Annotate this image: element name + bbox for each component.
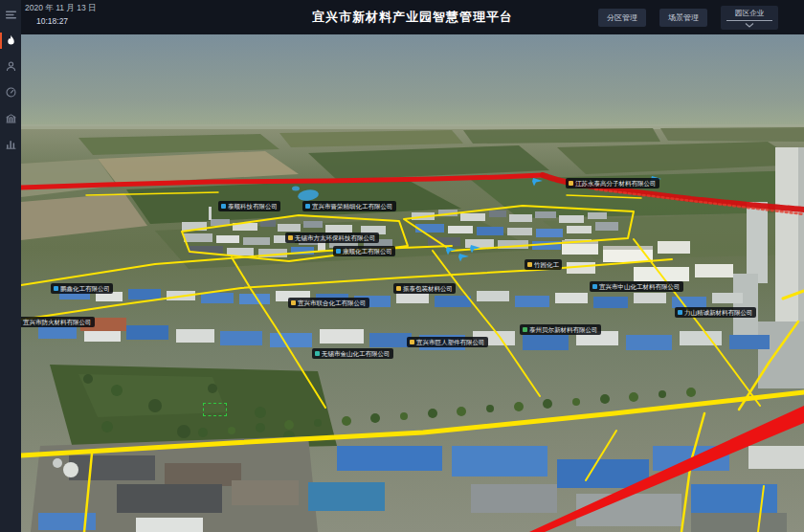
company-label[interactable]: 宜兴市联合化工有限公司	[288, 298, 369, 308]
selection-box	[203, 403, 227, 416]
company-marker-icon	[336, 249, 341, 254]
company-label[interactable]: 力山精诚新材料有限公司	[675, 307, 756, 318]
sidebar-item-user[interactable]	[0, 54, 21, 79]
company-name: 无锡市金山化工有限公司	[322, 350, 391, 357]
company-name: 泰州贝尔新材料有限公司	[529, 326, 598, 333]
sidebar-icon-list	[0, 0, 21, 532]
company-name: 宜兴市晋荣精细化工有限公司	[312, 203, 393, 210]
sidebar-item-flame[interactable]	[0, 28, 21, 54]
company-marker-icon	[305, 204, 310, 209]
company-marker-icon	[592, 284, 597, 289]
company-marker-icon	[315, 351, 320, 356]
partition-manage-button[interactable]: 分区管理	[598, 9, 646, 27]
company-marker-icon	[569, 181, 573, 186]
app-header: 2020 年 11 月 13 日 10:18:27 宜兴市新材料产业园智慧管理平…	[21, 0, 804, 34]
user-icon	[5, 60, 17, 73]
company-marker-icon	[288, 235, 293, 240]
header-actions: 分区管理 场景管理 园区企业	[598, 0, 778, 34]
company-name: 鹏鑫化工有限公司	[60, 285, 110, 292]
company-name: 宜兴市中山化工材料有限公司	[599, 283, 681, 290]
flame-icon	[5, 34, 17, 47]
sidebar-item-gauge[interactable]	[0, 79, 21, 105]
gauge-icon	[5, 86, 17, 99]
company-label[interactable]: 竹园化工	[525, 259, 562, 270]
company-marker-icon	[291, 300, 296, 305]
company-label[interactable]: 无锡市金山化工有限公司	[312, 348, 393, 359]
company-label[interactable]: 江苏永泰高分子材料有限公司	[566, 178, 659, 188]
company-name: 江苏永泰高分子材料有限公司	[575, 180, 657, 187]
company-marker-icon	[678, 310, 682, 315]
divider	[726, 20, 772, 21]
chevron-down-icon	[745, 23, 754, 28]
factory-icon	[5, 112, 17, 124]
company-name: 康顺化工有限公司	[343, 248, 392, 255]
dropdown-label: 园区企业	[735, 9, 764, 18]
company-marker-icon	[410, 340, 414, 344]
company-label[interactable]: 宜兴市防火材料有限公司	[21, 317, 95, 327]
company-marker-icon	[527, 262, 532, 267]
company-name: 宜兴市防火材料有限公司	[23, 319, 92, 325]
company-label[interactable]: 鹏鑫化工有限公司	[51, 283, 113, 294]
company-marker-icon	[221, 204, 226, 209]
company-name: 泰顺科技有限公司	[228, 203, 278, 210]
company-marker-icon	[54, 286, 58, 291]
company-label[interactable]: 泰顺科技有限公司	[218, 201, 280, 211]
scene-manage-button[interactable]: 场景管理	[659, 9, 707, 27]
bar-chart-icon	[5, 138, 17, 150]
company-marker-icon	[396, 286, 401, 291]
company-label[interactable]: 宜兴市中山化工材料有限公司	[590, 281, 683, 292]
park-enterprise-dropdown[interactable]: 园区企业	[721, 6, 778, 30]
menu-icon	[5, 9, 17, 21]
company-name: 振泰包装材料公司	[403, 285, 453, 292]
company-label[interactable]: 宜兴市晋荣精细化工有限公司	[302, 201, 396, 211]
company-label[interactable]: 宜兴市巨人塑件有限公司	[407, 337, 488, 347]
company-name: 宜兴市联合化工有限公司	[298, 299, 367, 306]
company-name: 竹园化工	[534, 261, 559, 268]
sidebar-item-menu[interactable]	[0, 2, 21, 28]
sidebar-item-bar-chart[interactable]	[0, 131, 21, 157]
sidebar-item-factory[interactable]	[0, 105, 21, 131]
company-marker-icon	[523, 327, 527, 332]
company-name: 宜兴市巨人塑件有限公司	[416, 339, 485, 345]
company-label[interactable]: 振泰包装材料公司	[393, 283, 456, 294]
company-name: 力山精诚新材料有限公司	[684, 309, 753, 316]
app-window: 2020 年 11 月 13 日 10:18:27 宜兴市新材料产业园智慧管理平…	[0, 0, 804, 532]
company-label[interactable]: 无锡市方太环保科技有限公司	[285, 233, 379, 243]
company-label[interactable]: 泰州贝尔新材料有限公司	[520, 324, 601, 335]
map-3d-scene[interactable]: 泰顺科技有限公司宜兴市晋荣精细化工有限公司无锡市方太环保科技有限公司康顺化工有限…	[21, 34, 804, 532]
company-label[interactable]: 康顺化工有限公司	[333, 246, 395, 256]
company-name: 无锡市方太环保科技有限公司	[295, 234, 376, 241]
